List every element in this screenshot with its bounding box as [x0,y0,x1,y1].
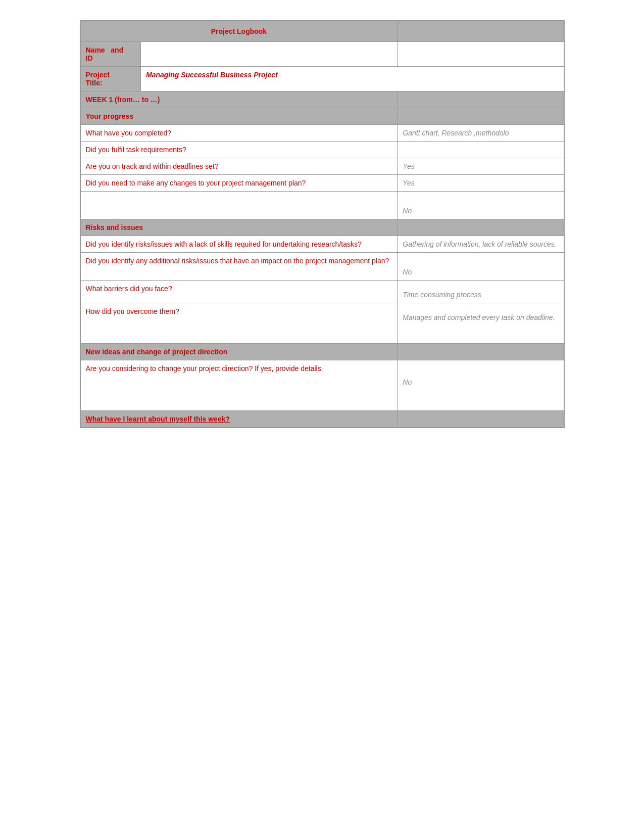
r2-cell: Did you identify any additional risks/is… [80,253,398,281]
r2-text: Did you identify any additional risks/is… [86,257,389,265]
r4-answer-cell: Manages and completed every task on dead… [398,303,564,344]
r3-cell: What barriers did you face? [80,281,398,303]
q4-no-row: No [80,192,564,219]
new-ideas-label: New ideas and change of project directio… [86,348,228,356]
name-row: Name andID [80,42,564,67]
new-ideas-q-row: Are you considering to change your proje… [80,360,564,411]
title-row: Project Logbook [80,21,564,42]
r1-answer-cell: Gathering of information, lack of reliab… [398,236,564,253]
name-right-cell [398,42,564,67]
q1-cell: What have you completed? [80,125,398,142]
title-right-cell [398,21,564,42]
name-value-cell [141,42,398,67]
q2-cell: Did you fulfil task requirements? [80,142,398,158]
week-label: WEEK 1 (from… to …) [86,96,160,104]
r4-cell: How did you overcome them? [80,303,398,344]
q3-answer: Yes [403,162,414,170]
new-ideas-q: Are you considering to change your proje… [86,364,323,373]
new-ideas-answer: No [403,378,412,386]
q1-text: What have you completed? [86,129,172,137]
progress-header-row: Your progress [80,108,564,125]
page-wrapper: Project Logbook Name andID ProjectTitle:… [80,20,565,428]
q4-answer1: Yes [403,179,414,187]
week-row: WEEK 1 (from… to …) [80,91,564,108]
q2-text: Did you fulfil task requirements? [86,146,186,154]
r3-answer: Time consuming process [403,291,481,299]
q1-answer: Gantt chart, Research ,methodolo [403,129,509,137]
q3-row: Are you on track and within deadlines se… [80,158,564,175]
r3-text: What barriers did you face? [86,285,172,293]
progress-label: Your progress [86,112,134,120]
risks-header-row: Risks and issues [80,219,564,236]
r1-cell: Did you identify risks/issues with a lac… [80,236,398,253]
new-ideas-q-cell: Are you considering to change your proje… [80,360,398,411]
risks-right-cell [398,219,564,236]
r2-answer-cell: No [398,253,564,281]
q4-cell: Did you need to make any changes to your… [80,175,398,192]
q4-answer1-cell: Yes [398,175,564,192]
progress-right-cell [398,108,564,125]
progress-label-cell: Your progress [80,108,398,125]
name-label: Name andID [86,46,124,62]
r4-answer: Manages and completed every task on dead… [403,313,555,321]
r1-text: Did you identify risks/issues with a lac… [86,240,362,248]
r2-row: Did you identify any additional risks/is… [80,253,564,281]
q2-answer-cell [398,142,564,158]
table-title: Project Logbook [211,27,267,35]
learnt-label-cell: What have I learnt about myself this wee… [80,411,398,428]
learnt-label: What have I learnt about myself this wee… [86,415,230,423]
q2-row: Did you fulfil task requirements? [80,142,564,158]
learnt-right-cell [398,411,564,428]
q4-spacer-cell [80,192,398,219]
project-title-row: ProjectTitle: Managing Successful Busine… [80,67,564,91]
q4-text: Did you need to make any changes to your… [86,179,306,187]
q4-row: Did you need to make any changes to your… [80,175,564,192]
q3-cell: Are you on track and within deadlines se… [80,158,398,175]
learnt-header-row: What have I learnt about myself this wee… [80,411,564,428]
r3-row: What barriers did you face? Time consumi… [80,281,564,303]
name-label-cell: Name andID [80,42,141,67]
title-cell: Project Logbook [80,21,398,42]
q1-answer-cell: Gantt chart, Research ,methodolo [398,125,564,142]
week-right-cell [398,91,564,108]
q3-answer-cell: Yes [398,158,564,175]
r2-answer: No [403,268,412,276]
week-label-cell: WEEK 1 (from… to …) [80,91,398,108]
new-ideas-right-cell [398,344,564,360]
r4-text: How did you overcome them? [86,307,179,315]
project-title: Managing Successful Business Project [146,71,278,79]
q3-text: Are you on track and within deadlines se… [86,162,219,170]
new-ideas-header-row: New ideas and change of project directio… [80,344,564,360]
project-title-value-cell: Managing Successful Business Project [141,67,564,91]
r3-answer-cell: Time consuming process [398,281,564,303]
r4-row: How did you overcome them? Manages and c… [80,303,564,344]
project-title-label-cell: ProjectTitle: [80,67,141,91]
risks-label-cell: Risks and issues [80,219,398,236]
new-ideas-answer-cell: No [398,360,564,411]
r1-row: Did you identify risks/issues with a lac… [80,236,564,253]
q1-row: What have you completed? Gantt chart, Re… [80,125,564,142]
r1-answer: Gathering of information, lack of reliab… [403,240,556,248]
project-label: ProjectTitle: [86,71,110,87]
new-ideas-label-cell: New ideas and change of project directio… [80,344,398,360]
q4-answer2-cell: No [398,192,564,219]
risks-label: Risks and issues [86,223,143,231]
q4-answer2: No [403,207,412,215]
logbook-table: Project Logbook Name andID ProjectTitle:… [80,20,565,428]
